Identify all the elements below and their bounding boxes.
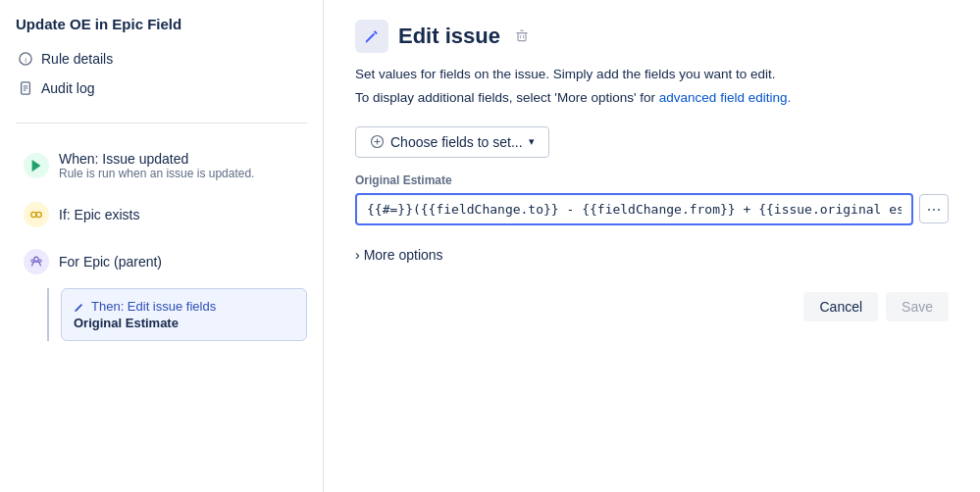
flow-item-for[interactable]: For Epic (parent) [16,239,307,284]
choose-fields-label: Choose fields to set... [390,134,523,150]
main-desc-2-prefix: To display additional fields, select 'Mo… [355,90,659,105]
flow-item-if[interactable]: If: Epic exists [16,192,307,237]
info-circle-icon: i [18,51,33,67]
for-icon-circle [24,249,49,274]
when-label: When: Issue updated [59,151,254,167]
main-desc-1: Set values for fields on the issue. Simp… [355,65,949,84]
chevron-down-icon: ▾ [529,135,535,148]
sidebar-item-rule-details[interactable]: i Rule details [8,44,315,74]
nested-then: Then: Edit issue fields Original Estimat… [47,288,307,341]
advanced-field-editing-link[interactable]: advanced field editing. [659,90,791,105]
more-options-button[interactable]: › More options [355,241,443,269]
if-label: If: Epic exists [59,207,139,222]
svg-point-8 [36,212,41,217]
main-title: Edit issue [398,24,500,49]
sidebar-title: Update OE in Epic Field [0,16,323,44]
for-label: For Epic (parent) [59,254,162,270]
main-desc-2: To display additional fields, select 'Mo… [355,88,949,108]
flow-item-when[interactable]: When: Issue updated Rule is run when an … [16,141,307,190]
svg-point-10 [34,257,38,261]
main-content: Edit issue Set values for fields on the … [324,0,980,492]
doc-icon [18,80,33,96]
svg-point-11 [31,260,34,263]
field-input[interactable] [355,193,913,225]
then-title: Then: Edit issue fields [91,299,216,314]
svg-marker-6 [32,160,41,172]
sidebar-item-audit-log[interactable]: Audit log [8,74,315,103]
ellipsis-icon: ··· [926,199,941,220]
then-sublabel: Original Estimate [74,316,294,330]
svg-rect-13 [518,32,526,40]
cancel-button[interactable]: Cancel [803,292,878,321]
when-icon-circle [24,153,49,178]
when-text: When: Issue updated Rule is run when an … [59,151,254,180]
ellipsis-button[interactable]: ··· [919,194,949,223]
sidebar-nav: i Rule details Audit log [0,44,323,103]
then-item[interactable]: Then: Edit issue fields Original Estimat… [61,288,307,341]
chevron-right-icon: › [355,247,360,263]
if-icon-circle [24,202,49,227]
then-label: Then: Edit issue fields [74,299,294,314]
sidebar-divider [16,123,307,123]
more-options-label: More options [364,247,443,263]
save-button[interactable]: Save [886,292,949,321]
footer-buttons: Cancel Save [355,292,949,321]
sidebar-item-audit-log-label: Audit log [41,80,94,96]
svg-text:i: i [25,56,26,65]
when-sublabel: Rule is run when an issue is updated. [59,167,254,180]
main-header: Edit issue [355,20,949,53]
svg-point-7 [31,212,36,217]
trash-icon[interactable] [514,27,530,46]
svg-point-12 [39,260,42,263]
field-label: Original Estimate [355,173,949,187]
flow-section: When: Issue updated Rule is run when an … [0,131,323,349]
choose-fields-button[interactable]: Choose fields to set... ▾ [355,126,549,158]
field-section: Original Estimate ··· [355,173,949,225]
sidebar: Update OE in Epic Field i Rule details A [0,0,324,492]
sidebar-item-rule-details-label: Rule details [41,51,113,67]
field-input-row: ··· [355,193,949,225]
edit-icon-box [355,20,388,53]
